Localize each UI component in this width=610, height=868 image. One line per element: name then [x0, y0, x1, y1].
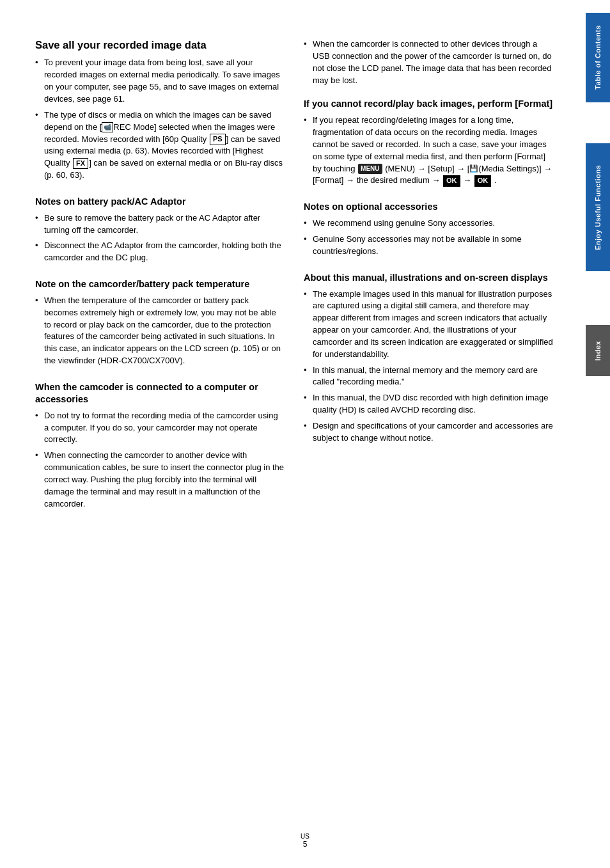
list-manual: The example images used in this manual f…	[304, 288, 553, 445]
list-item: The example images used in this manual f…	[304, 288, 553, 361]
list-format: If you repeat recording/deleting images …	[304, 114, 553, 187]
sidebar-spacer-1	[586, 105, 610, 143]
section-save-recorded: Save all your recorded image data To pre…	[35, 38, 285, 182]
section-format: If you cannot record/play back images, p…	[304, 98, 553, 187]
section-optional-accessories: Notes on optional accessories We recomme…	[304, 201, 553, 257]
list-item: In this manual, the internal memory and …	[304, 365, 553, 389]
list-item: To prevent your image data from being lo…	[35, 57, 285, 105]
list-item: If you repeat recording/deleting images …	[304, 114, 553, 187]
ps-badge: PS	[210, 134, 226, 145]
ok-badge-2: OK	[474, 175, 492, 186]
sidebar-tab-enjoy[interactable]: Enjoy Useful Functions	[586, 143, 610, 271]
main-content: Save all your recorded image data To pre…	[0, 0, 586, 868]
list-item: Disconnect the AC Adaptor from the camco…	[35, 240, 285, 264]
heading-optional-accessories: Notes on optional accessories	[304, 201, 553, 213]
list-item: Be sure to remove the battery pack or th…	[35, 212, 285, 237]
list-item: We recommend using genuine Sony accessor…	[304, 217, 553, 230]
sidebar-spacer-3	[586, 379, 610, 868]
section-usb-connection: When the camcorder is connected to other…	[304, 38, 553, 86]
footer-page-number: 5	[301, 840, 309, 849]
page-container: Save all your recorded image data To pre…	[0, 0, 610, 868]
arrow-icon: →	[346, 175, 354, 185]
media-settings-icon: 💾	[469, 164, 478, 174]
sidebar-tab-table-of-contents[interactable]: Table of Contents	[586, 13, 610, 102]
section-battery-pack: Notes on battery pack/AC Adaptor Be sure…	[35, 196, 285, 264]
fx-badge: FX	[73, 158, 88, 169]
list-item: Do not try to format the recording media…	[35, 410, 285, 446]
menu-badge: MENU	[358, 164, 382, 175]
sidebar-label-index: Index	[594, 340, 602, 360]
left-column: Save all your recorded image data To pre…	[35, 38, 285, 830]
list-item: Genuine Sony accessories may not be avai…	[304, 233, 553, 258]
section-computer-accessories: When the camcoder is connected to a comp…	[35, 381, 285, 510]
sidebar-label-toc: Table of Contents	[594, 26, 602, 90]
rec-mode-icon: 📹	[102, 122, 113, 133]
ok-badge-1: OK	[443, 175, 460, 186]
sidebar: Table of Contents Enjoy Useful Functions…	[586, 0, 610, 868]
list-item: When connecting the camcorder to another…	[35, 450, 285, 510]
sidebar-tab-index[interactable]: Index	[586, 325, 610, 376]
footer-us: US	[301, 833, 309, 840]
page-footer: US 5	[301, 833, 309, 849]
arrow-icon: →	[544, 164, 552, 173]
list-battery-pack: Be sure to remove the battery pack or th…	[35, 212, 285, 264]
heading-format: If you cannot record/play back images, p…	[304, 98, 553, 110]
heading-battery-pack: Notes on battery pack/AC Adaptor	[35, 196, 285, 208]
list-item: Design and specifications of your camcor…	[304, 420, 553, 445]
heading-manual: About this manual, illustrations and on-…	[304, 272, 553, 284]
sidebar-spacer-2	[586, 274, 610, 325]
list-item: When the temperature of the camcorder or…	[35, 295, 285, 367]
arrow-icon: →	[463, 175, 471, 185]
list-item: The type of discs or media on which the …	[35, 109, 285, 182]
list-temperature: When the temperature of the camcorder or…	[35, 295, 285, 367]
arrow-icon: →	[457, 164, 465, 173]
section-manual: About this manual, illustrations and on-…	[304, 272, 553, 445]
heading-temperature: Note on the camcorder/battery pack tempe…	[35, 278, 285, 290]
heading-computer-accessories: When the camcoder is connected to a comp…	[35, 381, 285, 406]
right-column: When the camcorder is connected to other…	[304, 38, 553, 830]
list-usb: When the camcorder is connected to other…	[304, 38, 553, 86]
list-optional-accessories: We recommend using genuine Sony accessor…	[304, 217, 553, 258]
sidebar-label-enjoy: Enjoy Useful Functions	[594, 164, 602, 249]
section-temperature: Note on the camcorder/battery pack tempe…	[35, 278, 285, 367]
list-computer-accessories: Do not try to format the recording media…	[35, 410, 285, 510]
arrow-icon: →	[432, 175, 440, 185]
list-save-recorded: To prevent your image data from being lo…	[35, 57, 285, 181]
arrow-icon: →	[418, 164, 426, 173]
list-item: When the camcorder is connected to other…	[304, 38, 553, 86]
list-item: In this manual, the DVD disc recorded wi…	[304, 392, 553, 416]
heading-save-recorded: Save all your recorded image data	[35, 38, 285, 52]
